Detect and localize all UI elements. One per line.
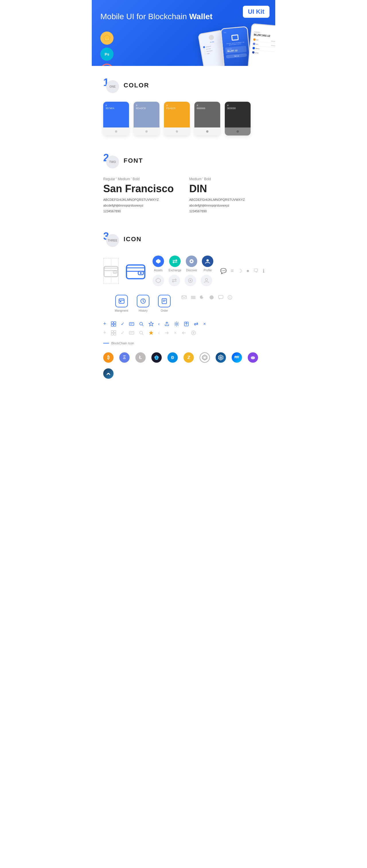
svg-rect-33 <box>219 296 223 299</box>
extra-icons-group: 💬 ≡ ☽ ● 🗨 ℹ <box>220 268 264 274</box>
din-numbers: 1234567890 <box>189 209 264 214</box>
search-icon <box>139 321 144 327</box>
order-svg <box>161 298 167 304</box>
color-section-header: 1 ONE COLOR <box>103 78 264 93</box>
blockchain-label: BlockChain Icon <box>111 341 134 345</box>
moon-icon: ☽ <box>238 268 242 274</box>
din-font-name: DIN <box>189 183 264 195</box>
order-icon <box>158 295 171 307</box>
ethereum-icon: Ξ <box>119 352 130 363</box>
mgmt-icons-row: Mangment History <box>103 292 264 312</box>
msg-icon <box>181 295 187 300</box>
settings-icon <box>174 321 179 327</box>
info-circle-icon <box>227 295 232 300</box>
svg-point-32 <box>209 296 214 299</box>
svg-rect-20 <box>119 300 124 301</box>
svg-rect-41 <box>129 322 134 326</box>
sf-style-label: Regular ' Medium ' Bold <box>103 177 178 181</box>
sketch-icon <box>103 34 111 42</box>
section-word-3: THREE <box>106 234 119 247</box>
sf-uppercase: ABCDEFGHIJKLMNOPQRSTUVWXYZ <box>103 197 178 203</box>
sf-numbers: 1234567890 <box>103 209 178 214</box>
coin-icons-row: ₿ Ξ Ł Đ ℤ <box>92 347 275 384</box>
assets-gray-icon-box <box>152 275 164 286</box>
hero-title: Mobile UI for Blockchain Wallet <box>101 11 266 22</box>
svg-marker-58 <box>149 331 153 335</box>
section-title-font: FONT <box>123 157 143 164</box>
chat-icon: 💬 <box>220 268 227 274</box>
swatch-slate-top: #8DA0C8 <box>134 102 160 127</box>
plus-circle-gray-icon <box>191 330 196 336</box>
nav-icons-gray-row <box>152 275 213 286</box>
message-icon: 🗨 <box>253 268 259 274</box>
circle-icon: ● <box>246 268 250 274</box>
upload-icon <box>184 321 189 327</box>
iota-icon <box>200 352 210 363</box>
history-icon <box>137 295 149 307</box>
icon-main-row: Assets Exchange Discover <box>103 255 264 292</box>
svg-point-14 <box>206 259 209 261</box>
swatch-dark-top: #303030 <box>225 102 251 127</box>
svg-line-45 <box>142 325 143 326</box>
crescent-icon <box>200 295 205 300</box>
bitcoin-icon: ₿ <box>103 352 114 363</box>
phone-mockups: Profile Mangment Message Real Estate Nig… <box>201 24 275 66</box>
din-uppercase: ABCDEFGHIJKLMNOPQRSTUVWXYZ <box>189 197 264 203</box>
small-icons-row-1: + ✓ ‹ × <box>103 321 264 327</box>
hero-title-bold: Wallet <box>189 12 213 21</box>
check-gray-icon: ✓ <box>121 330 124 336</box>
grid-edit-icon <box>111 321 116 327</box>
plus-icon: + <box>103 321 106 327</box>
discover-gray-icon-box <box>185 275 196 286</box>
svg-marker-11 <box>156 259 161 264</box>
icon-section: 3 THREE ICON <box>92 220 275 318</box>
din-style-label: Medium ' Bold <box>189 177 264 181</box>
font-grid: Regular ' Medium ' Bold San Francisco AB… <box>103 177 264 214</box>
swatch-orange: #F5A623 <box>164 102 190 135</box>
star-gray-icon <box>148 330 154 336</box>
swatch-orange-top: #F5A623 <box>164 102 190 127</box>
discover-icon-box: Discover <box>186 255 197 272</box>
search-gray-icon <box>139 330 144 336</box>
extra-icons-row-1: 💬 ≡ ☽ ● 🗨 ℹ <box>220 268 264 274</box>
svg-rect-31 <box>191 298 196 299</box>
section-word-2: TWO <box>106 156 119 168</box>
svg-rect-21 <box>120 301 121 302</box>
list-gray-icon <box>129 330 134 336</box>
assets-icon-box: Assets <box>152 255 164 272</box>
check-icon: ✓ <box>121 321 124 327</box>
svg-line-57 <box>142 334 143 335</box>
swatch-dark-bottom <box>225 127 251 135</box>
phone-3: + myWallet $6,297,502.12 BTC 738-2003 ET… <box>248 23 275 66</box>
ui-kit-badge: UI Kit <box>243 6 270 18</box>
svg-rect-37 <box>111 322 113 324</box>
star-icon <box>148 321 154 327</box>
font-sf-col: Regular ' Medium ' Bold San Francisco AB… <box>103 177 178 214</box>
font-section: 2 TWO FONT Regular ' Medium ' Bold San F… <box>92 141 275 220</box>
small-icons-row-2: + ✓ ‹ × <box>103 330 264 336</box>
dash-icon: Đ <box>167 352 178 363</box>
wallet-blue-icon <box>125 262 146 280</box>
mgmt-label: Mangment <box>115 309 128 312</box>
left-chevron-gray-icon: ‹ <box>158 330 160 336</box>
din-lowercase: abcdefghijklmnopqrstuvwxyz <box>189 203 264 209</box>
exchange-gray-icon-box <box>169 275 180 286</box>
hero-title-text: Mobile UI for Blockchain <box>101 12 189 21</box>
chat-bubble-icon <box>218 295 223 300</box>
swatch-gray-top: #666666 <box>194 102 220 127</box>
swatch-dark: #303030 <box>225 102 251 135</box>
svg-rect-24 <box>162 299 167 304</box>
history-svg <box>140 298 146 304</box>
svg-rect-30 <box>191 297 196 298</box>
assets-label: Assets <box>154 269 163 272</box>
swatch-orange-bottom <box>164 127 190 135</box>
svg-rect-7 <box>126 265 145 279</box>
swatch-slate: #8DA0C8 <box>134 102 160 135</box>
screens-badge: 60+ Screens <box>101 64 114 66</box>
wallet-wireframe-guide <box>103 258 119 284</box>
swatch-gray: #666666 <box>194 102 220 135</box>
stack-icon <box>191 295 196 300</box>
svg-rect-19 <box>119 299 124 303</box>
svg-marker-15 <box>156 278 161 283</box>
section-word-1: ONE <box>106 80 119 93</box>
